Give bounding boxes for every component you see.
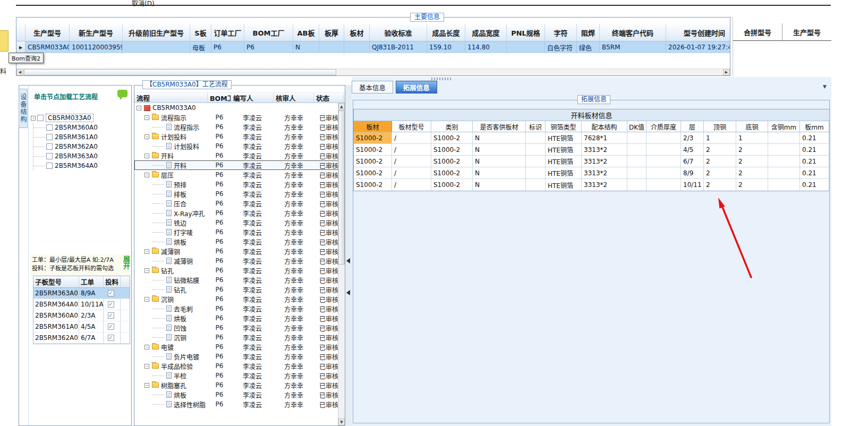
process-row[interactable]: -CB5RM033A0 — [134, 103, 345, 113]
device-tree-item[interactable]: 2B5RM360A0 — [33, 123, 130, 132]
detail-row[interactable]: S1000-2/S1000-2NHTE铜箔3313*210/11220.21 — [354, 179, 829, 191]
expand-button[interactable]: 展开 — [122, 255, 130, 269]
main-info-col-header[interactable]: 字符 — [545, 24, 577, 41]
process-row[interactable]: 流程指示P6李凌云方幸幸已审核 — [134, 122, 345, 132]
tab-basic-info[interactable]: 基本信息 — [352, 81, 393, 93]
expander-icon[interactable]: - — [144, 115, 149, 120]
process-row[interactable]: -沉铜P6李凌云方幸幸已审核 — [134, 294, 345, 304]
process-row[interactable]: 铣边P6李凌云方幸幸已审核 — [134, 218, 345, 227]
process-row[interactable]: -计划投料P6李凌云方幸幸已审核 — [134, 132, 345, 141]
checkbox-icon[interactable] — [46, 163, 53, 169]
subboard-row[interactable]: 2B5RM364A010/11A — [33, 299, 130, 310]
subboard-row[interactable]: 2B5RM360A02/3A — [33, 310, 130, 321]
chat-bubble-icon[interactable] — [117, 90, 127, 97]
process-row[interactable]: 选择性树脂P6李凌云方幸幸已审核 — [134, 399, 345, 409]
main-info-hscrollbar[interactable]: ◀ ▶ — [16, 69, 730, 75]
detail-col-header[interactable]: 板材型号 — [392, 121, 431, 132]
cancel-button[interactable]: 取消(D) — [132, 0, 155, 7]
process-col-header-bom-factory[interactable]: BOM工厂 — [208, 93, 231, 103]
main-info-col-header[interactable]: 新生产型号 — [70, 24, 123, 41]
detail-col-header[interactable]: 顶铜 — [704, 121, 736, 132]
main-info-col-header[interactable]: 升级前旧生产型号 — [123, 24, 190, 41]
process-row[interactable]: 排板P6李凌云方幸幸已审核 — [134, 189, 345, 199]
process-row[interactable]: 钻微粘膜P6李凌云方幸幸已审核 — [134, 275, 345, 285]
expander-icon[interactable]: - — [144, 249, 149, 254]
process-row[interactable]: 烘板P6李凌云方幸幸已审核 — [134, 237, 345, 246]
device-tree-root[interactable]: - CB5RM033A0 — [31, 113, 130, 123]
checkbox-icon[interactable] — [46, 134, 53, 140]
expander-icon[interactable]: - — [144, 173, 149, 177]
detail-row[interactable]: S1000-2/S1000-2NHTE铜箔3313*24/5220.21 — [354, 144, 829, 156]
panel-splitter[interactable] — [345, 85, 352, 426]
process-vscrollbar[interactable]: ▲ ▼ — [338, 103, 345, 425]
subboard-row[interactable]: 2B5RM361A04/5A — [33, 321, 130, 333]
device-tree-item[interactable]: 2B5RM364A0 — [33, 161, 130, 171]
subboard-col-header-feed[interactable]: 投料 — [104, 276, 121, 287]
process-row[interactable]: -减薄铜P6李凌云方幸幸已审核 — [134, 246, 345, 256]
collapse-left-icon[interactable] — [346, 258, 350, 263]
device-tree-item[interactable]: 2B5RM363A0 — [33, 151, 130, 161]
detail-col-header[interactable]: 铜箔类型 — [546, 121, 582, 132]
detail-col-header[interactable]: 是否客供板材 — [473, 121, 526, 132]
main-info-col-header[interactable]: 板材 — [344, 24, 370, 41]
main-info-col-header[interactable]: 验收标准 — [370, 24, 427, 41]
process-col-header-status[interactable]: 状态 — [314, 93, 344, 103]
main-info-col-header[interactable]: 阻焊 — [577, 24, 600, 41]
checkbox-icon[interactable] — [46, 124, 53, 131]
process-row[interactable]: 烘板P6李凌云方幸幸已审核 — [134, 390, 345, 399]
process-row[interactable]: 打字唛P6李凌云方幸幸已审核 — [134, 227, 345, 237]
expander-icon[interactable]: - — [144, 134, 149, 139]
process-row[interactable]: 去毛刺P6李凌云方幸幸已审核 — [134, 304, 345, 313]
expander-icon[interactable]: - — [144, 297, 149, 302]
process-row[interactable]: 半检P6李凌云方幸幸已审核 — [134, 371, 345, 380]
subboard-row[interactable]: 2B5RM363A08/9A — [33, 288, 130, 299]
detail-col-header[interactable]: 板mm — [800, 121, 829, 132]
feed-checkbox-icon[interactable] — [108, 335, 114, 341]
process-row[interactable]: 压合P6李凌云方幸幸已审核 — [134, 199, 345, 208]
detail-col-header[interactable]: 层 — [681, 121, 704, 132]
process-col-header-writer[interactable]: 编写人 — [231, 93, 274, 103]
splitter-grip[interactable] — [431, 78, 452, 80]
feed-checkbox-icon[interactable] — [108, 323, 114, 330]
feed-checkbox-icon[interactable] — [108, 290, 114, 296]
process-row[interactable]: -电镀P6李凌云方幸幸已审核 — [134, 342, 345, 352]
main-info-col-header[interactable]: 生产型号 — [25, 24, 70, 41]
extra-col-header-production-model[interactable]: 生产型号 — [782, 23, 831, 40]
main-info-col-header[interactable]: S板 — [190, 24, 211, 41]
detail-row[interactable]: S1000-2/S1000-2NHTE铜箔3313*26/7220.21 — [354, 156, 829, 167]
feed-checkbox-icon[interactable] — [108, 301, 114, 308]
feed-checkbox-icon[interactable] — [108, 312, 114, 319]
process-row[interactable]: 钻孔P6李凌云方幸幸已审核 — [134, 285, 345, 294]
process-row[interactable]: 计划投料P6李凌云方幸幸已审核 — [134, 141, 345, 151]
dropdown-caret-icon[interactable]: ▼ — [823, 84, 827, 89]
process-row[interactable]: -开料P6李凌云方幸幸已审核 — [134, 151, 345, 160]
collapse-left-icon[interactable] — [346, 290, 350, 295]
main-info-col-header[interactable]: AB板 — [293, 24, 319, 41]
detail-col-header[interactable]: 标识 — [526, 121, 546, 132]
process-row[interactable]: -半成品检验P6李凌云方幸幸已审核 — [134, 361, 345, 371]
process-row[interactable]: 减薄铜P6李凌云方幸幸已审核 — [134, 256, 345, 266]
expander-icon[interactable]: - — [144, 345, 149, 350]
expander-icon[interactable]: - — [144, 364, 149, 369]
process-col-header-auditor[interactable]: 核审人 — [274, 93, 314, 103]
process-row[interactable]: 预排P6李凌云方幸幸已审核 — [134, 180, 345, 189]
process-row[interactable]: 负片电镀P6李凌云方幸幸已审核 — [134, 352, 345, 361]
main-info-col-header[interactable]: 板厚 — [319, 24, 344, 41]
scroll-thumb[interactable] — [338, 110, 345, 265]
scroll-up-button[interactable]: ▲ — [338, 103, 345, 110]
main-info-col-header[interactable]: 型号创建时间 — [666, 24, 730, 41]
process-row[interactable]: -流程指示P6李凌云方幸幸已审核 — [134, 113, 345, 122]
process-row[interactable]: 烘板P6李凌云方幸幸已审核 — [134, 313, 345, 323]
expander-icon[interactable]: - — [137, 106, 141, 110]
subboard-row[interactable]: 2B5RM362A06/7A — [33, 333, 130, 344]
checkbox-icon[interactable] — [46, 143, 53, 150]
detail-col-header[interactable]: DK值 — [627, 121, 646, 132]
main-info-col-header[interactable]: 订单工厂 — [211, 24, 244, 41]
scroll-left-button[interactable]: ◀ — [16, 69, 23, 75]
subboard-col-header-order[interactable]: 工单 — [79, 276, 104, 287]
subboard-col-header-model[interactable]: 子板型号 — [33, 276, 79, 287]
expander-icon[interactable]: - — [144, 383, 149, 388]
checkbox-icon[interactable] — [46, 153, 53, 159]
process-row[interactable]: -树脂塞孔P6李凌云方幸幸已审核 — [134, 380, 345, 390]
process-row[interactable]: X-Ray冲孔P6李凌云方幸幸已审核 — [134, 208, 345, 218]
